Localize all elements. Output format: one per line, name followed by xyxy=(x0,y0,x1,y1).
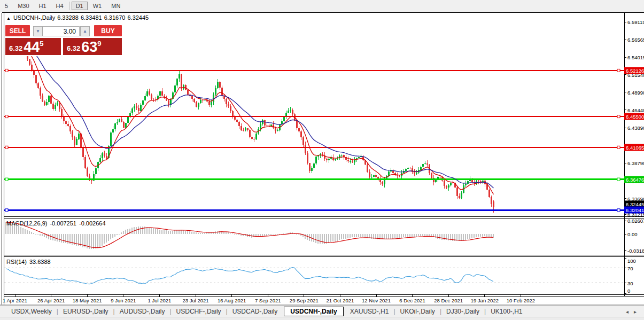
date-axis-label: 19 Jan 2022 xyxy=(471,298,499,303)
quote-close: 6.32445 xyxy=(127,14,149,21)
price-marker: 6.36476 xyxy=(624,176,644,183)
one-click-trade-panel: SELL ▼ ▲ BUY 6.32 44 5 6.32 63 9 xyxy=(4,24,122,56)
price-axis-label: 6.46440 xyxy=(627,107,644,113)
collapse-triangle-icon[interactable]: ▲ xyxy=(6,16,11,21)
date-axis-label: 21 Oct 2021 xyxy=(327,298,354,303)
macd-axis-label: 0.00 xyxy=(627,231,638,237)
rsi-axis-label: 100 xyxy=(627,258,636,264)
date-axis-label: 26 Apr 2021 xyxy=(37,298,65,303)
chart-tab-usdx[interactable]: USDX,Weekly xyxy=(6,307,57,316)
tab-scroll-right-icon[interactable]: ▸ xyxy=(634,309,637,315)
date-axis-label: 23 Jul 2021 xyxy=(182,298,208,303)
rsi-axis-label: 30 xyxy=(627,280,633,286)
macd-axis-label: 0.02607 xyxy=(627,218,644,224)
date-axis-label: 1 Apr 2021 xyxy=(3,298,27,303)
quote-open: 6.33288 xyxy=(57,14,79,21)
price-axis-label: 6.54015 xyxy=(627,54,644,60)
ask-big-digits: 63 xyxy=(81,40,97,54)
macd-main-value: -0.007251 xyxy=(50,220,76,227)
bid-big-digits: 44 xyxy=(24,40,40,54)
buy-button[interactable]: BUY xyxy=(94,25,122,36)
bid-pip-digit: 5 xyxy=(40,40,43,48)
tab-scroll-left-icon[interactable]: ◂ xyxy=(626,309,629,315)
price-axis-label: 6.48990 xyxy=(627,89,644,95)
price-marker: 6.45500 xyxy=(624,113,644,120)
chart-tab-ukoil-[interactable]: UKOil-,Daily xyxy=(395,307,440,316)
bid-prefix: 6.32 xyxy=(9,44,22,52)
chart-tab-dj30-[interactable]: DJ30-,Daily xyxy=(441,307,484,316)
chart-tab-usdcnh-[interactable]: USDCNH-,Daily xyxy=(284,307,343,316)
quote-low: 6.31670 xyxy=(104,14,126,21)
volume-decrease-button[interactable]: ▼ xyxy=(33,26,43,36)
ask-prefix: 6.32 xyxy=(67,44,80,52)
rsi-axis-label: 0 xyxy=(627,288,630,294)
chart-header: ▲USDCNH-,Daily6.332886.334816.316706.324… xyxy=(6,14,151,21)
trading-terminal-window: 5M30H1H4D1W1MN ▲USDCNH-,Daily6.332886.33… xyxy=(0,0,644,320)
price-axis-label: 6.59115 xyxy=(627,19,644,25)
date-axis-label: 6 Dec 2021 xyxy=(399,298,425,303)
tab-scroll-nav: ◂▸ xyxy=(626,309,644,315)
macd-name: MACD(12,26,9) xyxy=(6,220,47,227)
rsi-value: 33.6388 xyxy=(29,259,51,265)
date-axis-label: 9 Jun 2021 xyxy=(111,298,136,303)
price-axis-label: 6.38790 xyxy=(627,160,644,166)
volume-increase-button[interactable]: ▲ xyxy=(80,26,90,36)
rsi-indicator-label: RSI(14)33.6388 xyxy=(6,259,53,265)
price-marker: 6.32041 xyxy=(624,207,644,214)
chart-tab-bar: USDX,Weekly|EURUSD-,Daily|AUDUSD-,Daily|… xyxy=(0,305,644,317)
date-axis-label: 29 Sep 2021 xyxy=(290,298,319,303)
ask-price-box[interactable]: 6.32 63 9 xyxy=(63,38,122,55)
chart-tab-eurusd-[interactable]: EURUSD-,Daily xyxy=(58,307,113,316)
ask-pip-digit: 9 xyxy=(97,40,101,48)
date-axis-label: 10 Feb 2022 xyxy=(507,298,535,303)
date-axis-label: 12 Nov 2021 xyxy=(362,298,391,303)
price-marker: 6.41065 xyxy=(624,144,644,151)
price-marker: 6.52126 xyxy=(624,67,644,74)
bottom-strip xyxy=(0,317,644,320)
quote-high: 6.33481 xyxy=(81,14,102,21)
chart-tab-audusd-[interactable]: AUDUSD-,Daily xyxy=(115,307,170,316)
macd-axis-label: -0.03187 xyxy=(627,247,644,253)
bid-price-box[interactable]: 6.32 44 5 xyxy=(5,38,61,55)
chart-tab-xauusd-[interactable]: XAUUSD-,H1 xyxy=(345,307,394,316)
rsi-name: RSI(14) xyxy=(6,259,27,265)
macd-signal-value: -0.002664 xyxy=(79,220,106,227)
chart-tab-usdchf-[interactable]: USDCHF-,Daily xyxy=(172,307,226,316)
volume-input[interactable] xyxy=(42,26,80,36)
date-axis-label: 18 May 2021 xyxy=(73,298,102,303)
date-axis-label: 28 Dec 2021 xyxy=(434,298,463,303)
macd-indicator-label: MACD(12,26,9)-0.007251-0.002664 xyxy=(6,220,108,227)
price-axis-label: 6.56565 xyxy=(627,37,644,43)
price-axis-label: 6.43890 xyxy=(627,125,644,131)
rsi-axis-label: 70 xyxy=(627,265,633,271)
chart-symbol-label: USDCNH-,Daily xyxy=(13,14,55,21)
date-axis-label: 7 Sep 2021 xyxy=(255,298,281,303)
sell-button[interactable]: SELL xyxy=(5,25,30,36)
date-axis-label: 1 Jul 2021 xyxy=(148,298,171,303)
chart-tab-usdcad-[interactable]: USDCAD-,Daily xyxy=(228,307,283,316)
chart-tab-uk100-[interactable]: UK100-,H1 xyxy=(486,307,527,316)
date-axis-label: 16 Aug 2021 xyxy=(218,298,246,303)
